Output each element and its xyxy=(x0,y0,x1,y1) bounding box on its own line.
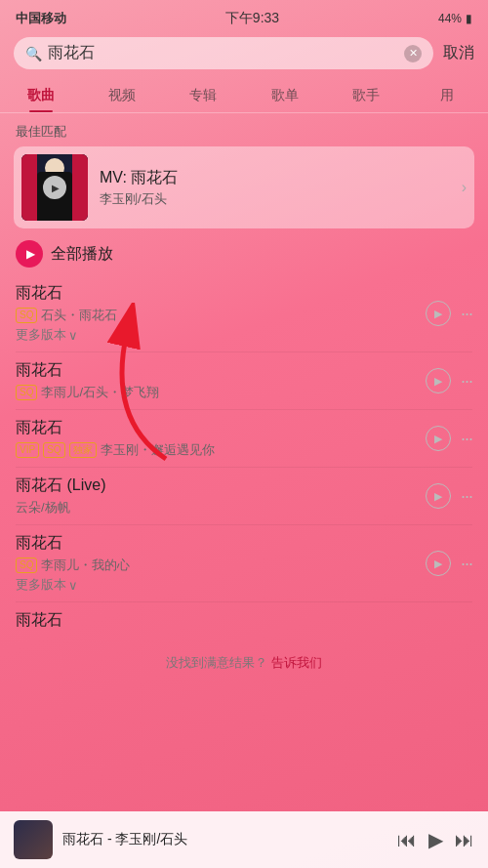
play-icon: ▶ xyxy=(26,247,35,261)
song-meta: SQ 李雨儿/石头・梦飞翔 xyxy=(16,384,420,401)
content-area: 最佳匹配 ▶ MV: 雨花石 李玉刚/石头 › ▶ 全部播放 雨 xyxy=(0,113,488,825)
song-info: 雨花石 SQ 石头・雨花石 更多版本 ∨ xyxy=(16,283,420,344)
song-artist: 李雨儿/石头・梦飞翔 xyxy=(41,384,159,401)
list-item: 雨花石 SQ 李雨儿・我的心 更多版本 ∨ ▶ ··· xyxy=(0,525,488,601)
search-icon: 🔍 xyxy=(25,46,42,62)
badge-sq: SQ xyxy=(16,385,37,400)
battery-percent: 44% xyxy=(438,12,462,25)
chevron-right-icon: › xyxy=(462,179,467,196)
song-meta: 云朵/杨帆 xyxy=(16,499,420,517)
tab-artists[interactable]: 歌手 xyxy=(325,79,406,112)
clear-search-button[interactable]: ✕ xyxy=(404,45,422,62)
badge-sq: SQ xyxy=(43,442,64,458)
more-versions-link[interactable]: 更多版本 ∨ xyxy=(16,326,420,344)
badge-sq: SQ xyxy=(16,558,37,573)
battery-info: 44% ▮ xyxy=(438,12,472,25)
song-artist: 石头・雨花石 xyxy=(41,307,117,324)
more-versions-label: 更多版本 xyxy=(16,576,66,594)
song-info: 雨花石 SQ 李雨儿・我的心 更多版本 ∨ xyxy=(16,533,420,594)
song-title: 雨花石 (Live) xyxy=(16,475,420,496)
song-actions: ▶ ··· xyxy=(426,368,472,393)
song-title: 雨花石 xyxy=(16,610,472,631)
mv-play-button[interactable]: ▶ xyxy=(426,368,451,393)
best-match-title: MV: 雨花石 xyxy=(100,168,450,188)
time-display: 下午9:33 xyxy=(225,10,279,27)
best-match-subtitle: 李玉刚/石头 xyxy=(100,190,450,208)
player-thumbnail xyxy=(14,820,53,859)
more-versions-label: 更多版本 xyxy=(16,326,66,344)
play-all-row[interactable]: ▶ 全部播放 xyxy=(0,228,488,275)
player-info: 雨花石 - 李玉刚/石头 xyxy=(62,831,387,848)
search-query-text: 雨花石 xyxy=(48,43,398,63)
tab-more[interactable]: 用 xyxy=(407,79,488,112)
mv-play-button[interactable]: ▶ xyxy=(426,426,451,451)
no-result-text: 没找到满意结果？ xyxy=(166,655,267,670)
song-info: 雨花石 xyxy=(16,610,472,631)
song-meta: SQ 李雨儿・我的心 xyxy=(16,557,420,574)
more-options-button[interactable]: ··· xyxy=(461,554,472,574)
more-options-button[interactable]: ··· xyxy=(461,429,472,449)
badge-vip: VIP xyxy=(16,442,39,458)
song-artist: 云朵/杨帆 xyxy=(16,499,70,517)
song-artist: 李雨儿・我的心 xyxy=(41,557,130,574)
song-artist: 李玉刚・邂逅遇见你 xyxy=(101,441,215,459)
mv-play-button[interactable]: ▶ xyxy=(426,551,451,576)
song-meta: SQ 石头・雨花石 xyxy=(16,307,420,324)
song-actions: ▶ ··· xyxy=(426,551,472,576)
song-title: 雨花石 xyxy=(16,360,420,381)
list-item: 雨花石 SQ 李雨儿/石头・梦飞翔 ▶ ··· xyxy=(0,352,488,409)
search-bar: 🔍 雨花石 ✕ 取消 xyxy=(0,31,488,75)
more-options-button[interactable]: ··· xyxy=(461,304,472,324)
bottom-player: 雨花石 - 李玉刚/石头 ⏮ ▶ ⏭ xyxy=(0,811,488,868)
best-match-thumbnail: ▶ xyxy=(21,154,88,221)
best-match-info: MV: 雨花石 李玉刚/石头 xyxy=(100,168,450,208)
tab-songs[interactable]: 歌曲 xyxy=(0,79,81,112)
song-actions: ▶ ··· xyxy=(426,426,472,451)
more-options-button[interactable]: ··· xyxy=(461,371,472,392)
tab-bar: 歌曲 视频 专辑 歌单 歌手 用 xyxy=(0,75,488,113)
song-info: 雨花石 (Live) 云朵/杨帆 xyxy=(16,475,420,517)
best-match-label: 最佳匹配 xyxy=(0,113,488,146)
song-title: 雨花石 xyxy=(16,283,420,304)
player-next-button[interactable]: ⏭ xyxy=(455,829,474,851)
badge-exclusive: 独家 xyxy=(69,442,97,458)
battery-icon: ▮ xyxy=(466,12,472,25)
more-options-button[interactable]: ··· xyxy=(461,486,472,507)
mv-play-button[interactable]: ▶ xyxy=(426,301,451,326)
list-item: 雨花石 (Live) 云朵/杨帆 ▶ ··· xyxy=(0,468,488,524)
song-actions: ▶ ··· xyxy=(426,301,472,326)
song-title: 雨花石 xyxy=(16,533,420,554)
chevron-down-icon: ∨ xyxy=(68,328,78,343)
no-result-hint: 没找到满意结果？ 告诉我们 xyxy=(0,639,488,680)
song-meta: VIP SQ 独家 李玉刚・邂逅遇见你 xyxy=(16,441,420,459)
player-title: 雨花石 - 李玉刚/石头 xyxy=(62,831,387,848)
feedback-link[interactable]: 告诉我们 xyxy=(271,655,322,670)
list-item: 雨花石 VIP SQ 独家 李玉刚・邂逅遇见你 ▶ ··· xyxy=(0,410,488,467)
badge-sq: SQ xyxy=(16,308,37,323)
best-match-card[interactable]: ▶ MV: 雨花石 李玉刚/石头 › xyxy=(14,146,474,228)
song-actions: ▶ ··· xyxy=(426,483,472,509)
song-info: 雨花石 SQ 李雨儿/石头・梦飞翔 xyxy=(16,360,420,401)
song-info: 雨花石 VIP SQ 独家 李玉刚・邂逅遇见你 xyxy=(16,418,420,459)
player-play-button[interactable]: ▶ xyxy=(428,828,443,851)
list-item: 雨花石 SQ 石头・雨花石 更多版本 ∨ ▶ ··· xyxy=(0,275,488,351)
tab-albums[interactable]: 专辑 xyxy=(163,79,244,112)
player-actions: ⏮ ▶ ⏭ xyxy=(397,828,474,851)
song-title: 雨花石 xyxy=(16,418,420,438)
mv-play-button[interactable]: ▶ xyxy=(426,483,451,509)
tab-playlists[interactable]: 歌单 xyxy=(244,79,325,112)
list-item: 雨花石 xyxy=(0,602,488,639)
status-bar: 中国移动 下午9:33 44% ▮ xyxy=(0,0,488,31)
play-all-label: 全部播放 xyxy=(51,244,113,265)
more-versions-link[interactable]: 更多版本 ∨ xyxy=(16,576,420,594)
search-input-wrap[interactable]: 🔍 雨花石 ✕ xyxy=(14,37,433,69)
tab-videos[interactable]: 视频 xyxy=(81,79,162,112)
play-all-button[interactable]: ▶ xyxy=(16,240,43,268)
player-prev-button[interactable]: ⏮ xyxy=(397,829,417,851)
chevron-down-icon: ∨ xyxy=(68,578,78,593)
carrier-signal: 中国移动 xyxy=(16,10,66,27)
cancel-button[interactable]: 取消 xyxy=(443,43,474,63)
